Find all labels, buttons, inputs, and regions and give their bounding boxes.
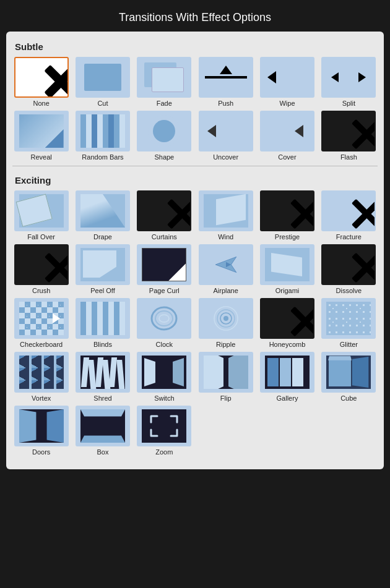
doors-visual	[19, 409, 64, 443]
gallery-p3	[292, 358, 303, 386]
transition-blinds[interactable]: Blinds	[74, 298, 131, 348]
transition-origami-preview	[260, 244, 314, 285]
transition-prestige-preview	[260, 190, 314, 231]
airplane-icon	[213, 254, 239, 275]
transition-gallery[interactable]: Gallery	[258, 352, 316, 402]
fade-rect2	[152, 67, 184, 92]
shred-visual	[80, 356, 125, 389]
transition-dissolve[interactable]: Dissolve	[320, 244, 378, 294]
transition-cut[interactable]: Cut	[74, 57, 131, 107]
rb-bar1	[80, 114, 86, 148]
bs7	[114, 302, 119, 335]
pagecurl-corner	[168, 263, 186, 281]
svg-point-3	[155, 311, 173, 326]
reveal-corner	[45, 129, 64, 148]
transition-fade[interactable]: Fade	[136, 57, 193, 107]
transition-vortex[interactable]: Vortex	[12, 352, 70, 402]
transition-flash[interactable]: Flash	[320, 111, 378, 161]
transition-drape-preview	[76, 190, 130, 231]
transition-split-label: Split	[342, 100, 355, 107]
transition-honeycomb-preview	[260, 298, 314, 339]
rb-bar5	[103, 114, 108, 148]
transition-uncover-preview	[199, 111, 253, 151]
door-right	[46, 409, 63, 443]
transition-curtains[interactable]: Curtains	[136, 190, 193, 241]
transition-pagecurl-preview	[137, 244, 191, 285]
cover-visual	[265, 114, 310, 148]
transition-reveal-label: Reveal	[31, 153, 52, 161]
transition-switch-preview	[137, 352, 191, 393]
transition-cover-label: Cover	[278, 153, 296, 161]
transition-doors[interactable]: Doors	[12, 406, 70, 456]
transition-ripple-label: Ripple	[216, 341, 235, 348]
split-visual	[326, 61, 371, 94]
transition-reveal[interactable]: Reveal	[12, 111, 70, 161]
rb-bar8	[119, 114, 125, 148]
transition-drape[interactable]: Drape	[74, 190, 131, 241]
section-divider	[12, 166, 378, 166]
transition-push[interactable]: Push	[197, 57, 254, 107]
bs8	[119, 302, 125, 335]
transition-wind[interactable]: Wind	[197, 190, 254, 241]
transition-peeloff-label: Peel Off	[90, 287, 115, 294]
transition-flip[interactable]: Flip	[197, 352, 254, 402]
transition-uncover[interactable]: Uncover	[197, 111, 254, 161]
transition-cube[interactable]: Cube	[320, 352, 378, 402]
transition-reveal-preview	[14, 111, 69, 151]
box-visual	[80, 409, 125, 443]
transition-shape[interactable]: Shape	[136, 111, 193, 161]
transition-split[interactable]: Split	[320, 57, 378, 107]
transition-randombars[interactable]: Random Bars	[74, 111, 131, 161]
push-visual	[204, 61, 248, 94]
transition-shred[interactable]: Shred	[74, 352, 131, 402]
transition-randombars-label: Random Bars	[82, 153, 123, 161]
transition-curtains-label: Curtains	[152, 233, 177, 241]
push-bar	[205, 76, 247, 79]
exciting-last-row: Doors Box	[12, 406, 378, 456]
transition-uncover-label: Uncover	[213, 153, 238, 161]
transition-peeloff[interactable]: Peel Off	[74, 244, 131, 294]
push-arrow	[220, 66, 232, 74]
transition-cut-label: Cut	[97, 100, 108, 107]
transition-clock[interactable]: Clock	[136, 298, 193, 348]
transition-blinds-preview	[76, 298, 130, 339]
transition-wipe-preview	[260, 57, 314, 98]
transition-box-label: Box	[97, 448, 109, 456]
transition-switch[interactable]: Switch	[136, 352, 193, 402]
transition-crush[interactable]: Crush	[12, 244, 70, 294]
transition-wipe[interactable]: Wipe	[258, 57, 316, 107]
transition-honeycomb[interactable]: Honeycomb	[258, 298, 316, 348]
transition-fracture[interactable]: Fracture	[320, 190, 378, 241]
box-bottom	[80, 435, 125, 443]
transition-doors-label: Doors	[32, 448, 50, 456]
transition-fallover-label: Fall Over	[27, 233, 55, 241]
drape-visual	[80, 194, 125, 228]
transition-none[interactable]: None	[12, 57, 70, 107]
transition-fallover[interactable]: Fall Over	[12, 190, 70, 241]
transition-glitter[interactable]: Glitter	[320, 298, 378, 348]
bs6	[108, 302, 114, 335]
transition-box[interactable]: Box	[74, 406, 131, 456]
transition-checkerboard-label: Checkerboard	[20, 341, 63, 348]
zoom-icon	[149, 414, 180, 438]
transition-origami[interactable]: Origami	[258, 244, 316, 294]
gallery-visual	[265, 356, 310, 389]
transition-switch-label: Switch	[154, 394, 174, 402]
transition-ripple[interactable]: Ripple	[197, 298, 254, 348]
transition-zoom[interactable]: Zoom	[136, 406, 193, 456]
transition-airplane[interactable]: Airplane	[197, 244, 254, 294]
transition-pagecurl[interactable]: Page Curl	[136, 244, 193, 294]
transition-fade-preview	[137, 57, 191, 98]
box-top	[80, 409, 125, 417]
transition-prestige[interactable]: Prestige	[258, 190, 316, 241]
shape-circle	[153, 120, 175, 142]
transition-checkerboard[interactable]: Checkerboard	[12, 298, 70, 348]
transition-cover[interactable]: Cover	[258, 111, 316, 161]
peeloff-page	[83, 250, 116, 278]
transition-doors-preview	[14, 406, 69, 446]
transition-crush-preview	[14, 244, 69, 285]
origami-fold	[271, 253, 302, 276]
transition-vortex-label: Vortex	[32, 394, 51, 402]
wipe-visual	[265, 61, 310, 94]
transition-glitter-label: Glitter	[340, 341, 358, 348]
